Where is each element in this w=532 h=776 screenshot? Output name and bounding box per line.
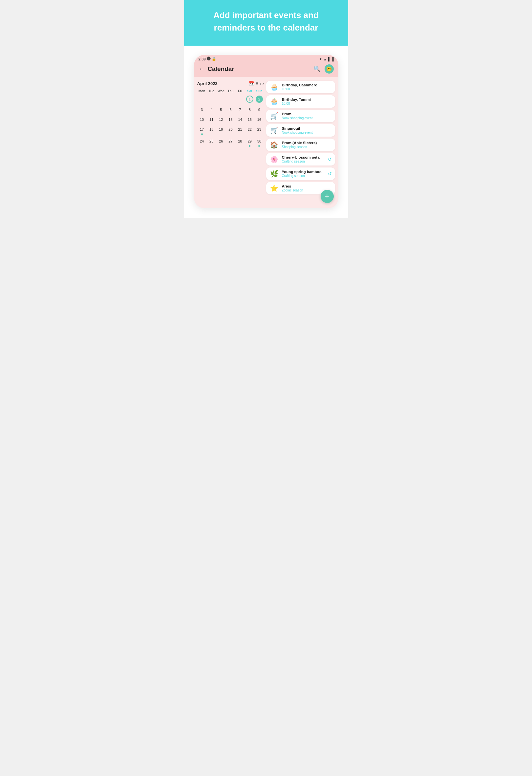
cal-day-9[interactable]: 9 [254,105,264,114]
month-title: April 2023 [197,81,247,86]
event-info-2: Birthday, Tammi 10:00 [282,98,332,106]
cal-day-8[interactable]: 8 [245,105,254,114]
day-headers: Mon Tue Wed Thu Fri Sat Sun [197,89,264,93]
cal-day-28[interactable]: 28 [235,136,245,148]
day-header-sun: Sun [254,89,264,93]
cal-day-27[interactable]: 27 [226,136,235,148]
event-singmogil[interactable]: 🛒 Singmogil Nook shopping event [266,124,335,137]
events-side: 🧁 Birthday, Cashmere 10:00 🧁 Birthday, T… [266,81,335,198]
event-title-2: Birthday, Tammi [282,98,332,102]
day-header-thu: Thu [226,89,235,93]
event-title-6: Cherry-blossom petal [282,155,325,159]
status-right: ▾ ▲▐ ▐ [320,57,333,61]
status-bar: 2:39 🅐 🔒 ▾ ▲▐ ▐ [194,55,338,62]
cal-day-23[interactable]: 23 [254,125,264,136]
day-header-wed: Wed [216,89,226,93]
cal-day-10[interactable]: 10 [197,115,207,124]
event-cherry-blossom[interactable]: 🌸 Cherry-blossom petal Crafting season ↺ [266,153,335,166]
cal-day-18[interactable]: 18 [207,125,216,136]
event-info-3: Prom Nook shopping event [282,112,332,120]
battery-icon: ▐ [331,57,334,61]
event-sub-7: Crafting season [282,174,325,178]
event-young-spring-bamboo[interactable]: 🌿 Young spring bamboo Crafting season ↺ [266,168,335,180]
avatar-icon[interactable]: 😊 [325,64,334,73]
event-info-7: Young spring bamboo Crafting season [282,170,325,178]
banner-title: Add important events and reminders to th… [197,9,335,34]
event-icon-cart-2: 🛒 [269,127,279,134]
cal-day-21[interactable]: 21 [235,125,245,136]
cal-day-15[interactable]: 15 [245,115,254,124]
event-title-4: Singmogil [282,127,332,130]
event-prom[interactable]: 🛒 Prom Nook shopping event [266,110,335,122]
cal-day-25[interactable]: 25 [207,136,216,148]
cal-day-empty [216,94,226,104]
event-birthday-tammi[interactable]: 🧁 Birthday, Tammi 10:00 [266,95,335,108]
cal-week-5: 24 25 26 27 28 29 30 [197,136,264,148]
event-title-3: Prom [282,112,332,116]
fab-plus-icon: + [325,192,329,201]
cal-day-20[interactable]: 20 [226,125,235,136]
app-bar-title: Calendar [208,65,313,72]
cal-day-6[interactable]: 6 [226,105,235,114]
cal-day-3[interactable]: 3 [197,105,207,114]
cal-week-2: 3 4 5 6 7 8 9 [197,105,264,114]
cal-day-11[interactable]: 11 [207,115,216,124]
cal-week-4: 17 18 19 20 21 22 23 [197,125,264,136]
app-bar: ← Calendar 🔍 😊 [194,62,338,77]
cal-day-29[interactable]: 29 [245,136,254,148]
event-sub-2: 10:00 [282,102,332,106]
event-repeat-icon-7: ↺ [328,171,332,176]
day-header-fri: Fri [235,89,245,93]
event-sub-5: Shopping season [282,145,332,149]
event-birthday-cashmere[interactable]: 🧁 Birthday, Cashmere 10:00 [266,81,335,93]
day-header-mon: Mon [197,89,207,93]
cal-day-24[interactable]: 24 [197,136,207,148]
event-icon-cupcake-1: 🧁 [269,83,279,91]
event-info-4: Singmogil Nook shopping event [282,127,332,134]
phone-shell: 2:39 🅐 🔒 ▾ ▲▐ ▐ ← Calendar 🔍 😊 Apri [194,55,338,208]
cal-day-12[interactable]: 12 [216,115,226,124]
event-prom-able-sisters[interactable]: 🏠 Prom (Able Sisters) Shopping season [266,139,335,151]
cal-day-1[interactable]: 1 [245,94,254,104]
signal-icon: ▲▐ [323,57,329,61]
cal-day-30[interactable]: 30 [254,136,264,148]
next-month-button[interactable]: › [263,81,264,86]
event-sub-3: Nook shopping event [282,116,332,120]
event-info-6: Cherry-blossom petal Crafting season [282,155,325,163]
calendar-grid-icon[interactable]: 📅 [249,81,254,86]
cal-day-5[interactable]: 5 [216,105,226,114]
content-area: April 2023 📅 ≡ ‹ › Mon Tue Wed Thu Fri S… [194,77,338,198]
cal-day-empty [207,94,216,104]
event-icon-cart-1: 🛒 [269,112,279,120]
event-info-1: Birthday, Cashmere 10:00 [282,83,332,91]
cal-day-7[interactable]: 7 [235,105,245,114]
calendar-side: April 2023 📅 ≡ ‹ › Mon Tue Wed Thu Fri S… [197,81,266,198]
event-icon-blossom: 🌸 [269,155,279,163]
search-icon[interactable]: 🔍 [313,65,321,72]
cal-day-16[interactable]: 16 [254,115,264,124]
cal-day-14[interactable]: 14 [235,115,245,124]
cal-day-22[interactable]: 22 [245,125,254,136]
back-button[interactable]: ← [199,66,205,72]
cal-day-2[interactable]: 2 [254,94,264,104]
status-time: 2:39 [199,57,206,61]
app-bar-icons: 🔍 😊 [313,64,334,73]
calendar-list-icon[interactable]: ≡ [256,81,258,86]
status-left: 2:39 🅐 🔒 [199,57,216,61]
event-sub-1: 10:00 [282,87,332,91]
cal-day-19[interactable]: 19 [216,125,226,136]
calendar-grid: Mon Tue Wed Thu Fri Sat Sun [197,89,264,148]
event-title-5: Prom (Able Sisters) [282,141,332,145]
cal-week-3: 10 11 12 13 14 15 16 [197,115,264,124]
add-event-fab[interactable]: + [321,190,334,203]
cal-day-26[interactable]: 26 [216,136,226,148]
prev-month-button[interactable]: ‹ [260,81,261,86]
event-repeat-icon-6: ↺ [328,157,332,162]
cal-day-empty [235,94,245,104]
cal-day-17[interactable]: 17 [197,125,207,136]
cal-day-13[interactable]: 13 [226,115,235,124]
cal-day-empty [197,94,207,104]
wifi-icon: ▾ [320,57,322,61]
cal-day-4[interactable]: 4 [207,105,216,114]
day-header-tue: Tue [207,89,216,93]
